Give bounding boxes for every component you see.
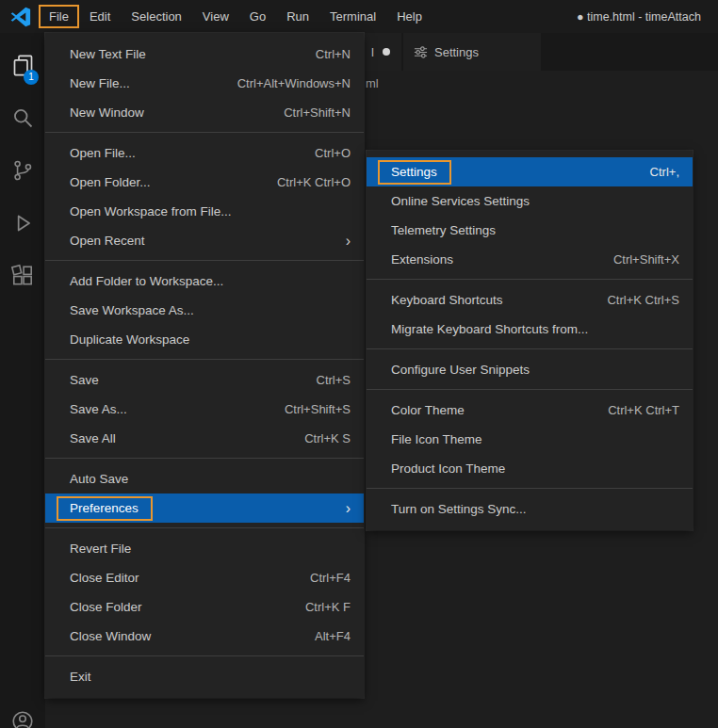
account-icon[interactable] bbox=[0, 709, 45, 728]
titlebar: FileEditSelectionViewGoRunTerminalHelp ●… bbox=[0, 0, 718, 33]
menu-item-close-folder[interactable]: Close FolderCtrl+K F bbox=[45, 592, 364, 622]
menu-item-label: Open Recent bbox=[70, 234, 145, 248]
menubar-item-edit[interactable]: Edit bbox=[79, 5, 121, 28]
menu-item-label: Save All bbox=[70, 431, 116, 445]
menu-item-shortcut: Alt+F4 bbox=[296, 629, 351, 643]
menu-item-shortcut: Ctrl+Shift+X bbox=[595, 252, 679, 267]
menu-item-turn-on-settings-sync[interactable]: Turn on Settings Sync... bbox=[367, 494, 693, 524]
menu-item-shortcut: Ctrl+Alt+Windows+N bbox=[219, 76, 351, 90]
menu-item-revert-file[interactable]: Revert File bbox=[45, 534, 364, 563]
menu-item-label: Extensions bbox=[391, 252, 453, 267]
menu-item-label: New Text File bbox=[70, 47, 146, 61]
menubar: FileEditSelectionViewGoRunTerminalHelp bbox=[39, 0, 432, 33]
menu-item-open-folder[interactable]: Open Folder...Ctrl+K Ctrl+O bbox=[45, 168, 364, 197]
menu-item-label: File Icon Theme bbox=[391, 432, 482, 446]
menu-item-label: Turn on Settings Sync... bbox=[391, 502, 527, 516]
menu-item-configure-user-snippets[interactable]: Configure User Snippets bbox=[367, 355, 693, 384]
menu-item-open-workspace-from-file[interactable]: Open Workspace from File... bbox=[45, 197, 364, 226]
menu-item-shortcut: Ctrl+S bbox=[298, 373, 351, 387]
menu-item-label: Color Theme bbox=[391, 403, 465, 417]
menu-item-file-icon-theme[interactable]: File Icon Theme bbox=[367, 425, 693, 454]
menubar-item-terminal[interactable]: Terminal bbox=[319, 5, 386, 28]
menu-item-auto-save[interactable]: Auto Save bbox=[45, 464, 364, 493]
tab-label: Settings bbox=[434, 45, 479, 59]
tab-label-fragment: l bbox=[371, 45, 374, 59]
source-control-icon[interactable] bbox=[0, 144, 45, 197]
menu-separator bbox=[45, 458, 364, 459]
menu-item-label: Revert File bbox=[70, 542, 131, 556]
menu-item-shortcut: Ctrl+K Ctrl+S bbox=[588, 293, 679, 307]
tab-time-html[interactable]: l bbox=[364, 33, 402, 71]
menu-item-new-text-file[interactable]: New Text FileCtrl+N bbox=[45, 40, 364, 69]
extensions-icon[interactable] bbox=[0, 250, 45, 302]
menu-separator bbox=[367, 348, 693, 349]
menubar-item-selection[interactable]: Selection bbox=[121, 5, 191, 28]
menu-item-label: Online Services Settings bbox=[391, 194, 530, 208]
menu-item-preferences[interactable]: Preferences› bbox=[45, 493, 364, 523]
menu-separator bbox=[45, 527, 364, 528]
menu-item-close-window[interactable]: Close WindowAlt+F4 bbox=[45, 622, 364, 651]
menu-item-duplicate-workspace[interactable]: Duplicate Workspace bbox=[45, 325, 364, 354]
menu-item-label: Product Icon Theme bbox=[391, 461, 505, 476]
settings-sliders-icon bbox=[414, 45, 428, 59]
menu-separator bbox=[45, 359, 364, 360]
menu-item-shortcut: Ctrl+K S bbox=[286, 431, 351, 445]
menubar-item-view[interactable]: View bbox=[192, 5, 239, 28]
menu-item-label: Save Workspace As... bbox=[70, 303, 194, 317]
menu-separator bbox=[45, 260, 364, 261]
explorer-icon[interactable]: 1 bbox=[0, 39, 45, 91]
menu-item-save[interactable]: SaveCtrl+S bbox=[45, 365, 364, 395]
menu-item-shortcut: Ctrl+K F bbox=[286, 600, 351, 614]
menu-item-open-recent[interactable]: Open Recent› bbox=[45, 226, 364, 255]
menubar-item-help[interactable]: Help bbox=[386, 5, 432, 28]
search-icon[interactable] bbox=[0, 91, 45, 144]
menu-item-online-services-settings[interactable]: Online Services Settings bbox=[367, 186, 693, 216]
menu-item-keyboard-shortcuts[interactable]: Keyboard ShortcutsCtrl+K Ctrl+S bbox=[367, 285, 693, 315]
menu-item-label: Duplicate Workspace bbox=[70, 332, 189, 347]
menu-item-new-file[interactable]: New File...Ctrl+Alt+Windows+N bbox=[45, 69, 364, 98]
tab-settings[interactable]: Settings bbox=[403, 33, 542, 71]
menu-item-label: Open Workspace from File... bbox=[70, 204, 232, 218]
menubar-item-go[interactable]: Go bbox=[239, 5, 276, 28]
menu-item-shortcut: Ctrl+N bbox=[297, 47, 351, 61]
menu-item-save-as[interactable]: Save As...Ctrl+Shift+S bbox=[45, 395, 364, 424]
menu-item-add-folder-to-workspace[interactable]: Add Folder to Workspace... bbox=[45, 267, 364, 296]
menu-item-label: New File... bbox=[70, 76, 130, 90]
menu-item-shortcut: Ctrl+F4 bbox=[291, 571, 351, 585]
menu-item-label: Keyboard Shortcuts bbox=[391, 293, 503, 307]
modified-dot-icon bbox=[383, 48, 390, 56]
menu-item-label: Exit bbox=[70, 670, 91, 684]
menu-item-exit[interactable]: Exit bbox=[45, 662, 364, 691]
menu-item-label: Save As... bbox=[70, 402, 127, 416]
breadcrumb-fragment: ml bbox=[366, 76, 379, 90]
submenu-chevron-icon: › bbox=[327, 501, 351, 516]
menu-item-migrate-keyboard-shortcuts-from[interactable]: Migrate Keyboard Shortcuts from... bbox=[367, 315, 693, 344]
menu-item-label: New Window bbox=[70, 105, 144, 120]
menu-item-label: Open Folder... bbox=[70, 175, 151, 189]
menu-separator bbox=[45, 655, 364, 656]
menu-item-telemetry-settings[interactable]: Telemetry Settings bbox=[367, 216, 693, 245]
menu-item-settings[interactable]: SettingsCtrl+, bbox=[367, 157, 693, 186]
menu-item-shortcut: Ctrl+O bbox=[296, 146, 351, 160]
run-debug-icon[interactable] bbox=[0, 197, 45, 250]
explorer-badge: 1 bbox=[24, 70, 39, 85]
annotation-box: Settings bbox=[378, 160, 451, 185]
menu-item-new-window[interactable]: New WindowCtrl+Shift+N bbox=[45, 98, 364, 127]
menu-item-extensions[interactable]: ExtensionsCtrl+Shift+X bbox=[367, 245, 693, 274]
menubar-item-run[interactable]: Run bbox=[276, 5, 319, 28]
menu-item-label: Close Window bbox=[70, 629, 151, 643]
menu-item-label: Auto Save bbox=[70, 472, 128, 486]
window-title: ● time.html - timeAttach bbox=[577, 0, 701, 33]
menu-item-save-workspace-as[interactable]: Save Workspace As... bbox=[45, 296, 364, 325]
menu-separator bbox=[367, 488, 693, 489]
menu-separator bbox=[367, 389, 693, 390]
menu-item-label: Telemetry Settings bbox=[391, 223, 496, 237]
activity-bar: 1 bbox=[0, 33, 45, 728]
menu-item-product-icon-theme[interactable]: Product Icon Theme bbox=[367, 454, 693, 483]
menu-item-open-file[interactable]: Open File...Ctrl+O bbox=[45, 138, 364, 168]
menu-item-save-all[interactable]: Save AllCtrl+K S bbox=[45, 424, 364, 453]
menubar-item-file[interactable]: File bbox=[39, 5, 79, 28]
menu-item-close-editor[interactable]: Close EditorCtrl+F4 bbox=[45, 563, 364, 592]
menu-item-color-theme[interactable]: Color ThemeCtrl+K Ctrl+T bbox=[367, 396, 693, 425]
annotation-box: Preferences bbox=[57, 496, 153, 521]
